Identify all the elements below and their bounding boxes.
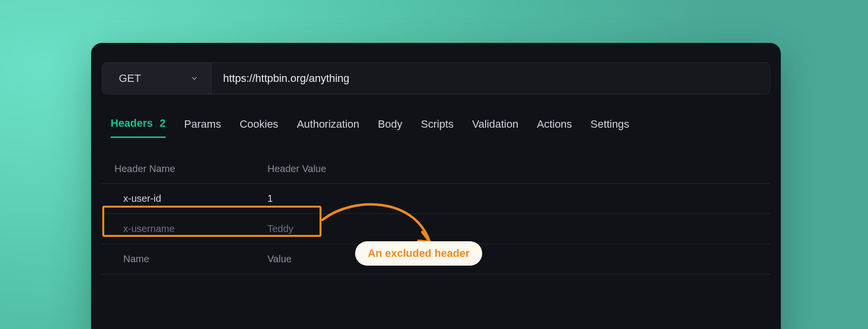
tab-validation[interactable]: Validation (472, 113, 518, 137)
tab-headers-label: Headers (111, 117, 153, 130)
header-name-placeholder[interactable]: Name (113, 253, 267, 265)
chevron-down-icon (190, 75, 198, 82)
tab-authorization[interactable]: Authorization (297, 113, 359, 137)
header-value-placeholder[interactable]: Value (267, 253, 758, 265)
tab-actions[interactable]: Actions (537, 113, 572, 137)
tab-params[interactable]: Params (184, 113, 221, 137)
column-header-value: Header Value (267, 163, 758, 174)
tab-body[interactable]: Body (378, 113, 402, 137)
header-name-cell[interactable]: x-username (113, 223, 267, 234)
header-value-cell[interactable]: 1 (267, 193, 758, 204)
header-value-cell[interactable]: Teddy (267, 223, 758, 234)
request-bar: GET (102, 62, 770, 95)
header-name-cell[interactable]: x-user-id (113, 193, 267, 204)
headers-table-header: Header Name Header Value (102, 154, 770, 184)
http-method-value: GET (119, 72, 141, 85)
header-row[interactable]: x-user-id 1 (102, 184, 770, 214)
tab-headers-count: 2 (160, 117, 166, 130)
request-tabs: Headers 2 Params Cookies Authorization B… (111, 112, 761, 138)
tab-headers[interactable]: Headers 2 (111, 112, 166, 138)
annotation-label: An excluded header (355, 241, 482, 266)
url-input[interactable] (223, 72, 758, 85)
tab-cookies[interactable]: Cookies (240, 113, 278, 137)
column-header-name: Header Name (113, 163, 267, 174)
header-row-excluded[interactable]: x-username Teddy (102, 214, 770, 244)
tab-scripts[interactable]: Scripts (421, 113, 453, 137)
tab-settings[interactable]: Settings (590, 113, 629, 137)
request-panel: GET Headers 2 Params Cookies Authorizati… (91, 43, 781, 329)
http-method-select[interactable]: GET (102, 63, 211, 94)
url-input-wrapper (211, 63, 770, 94)
